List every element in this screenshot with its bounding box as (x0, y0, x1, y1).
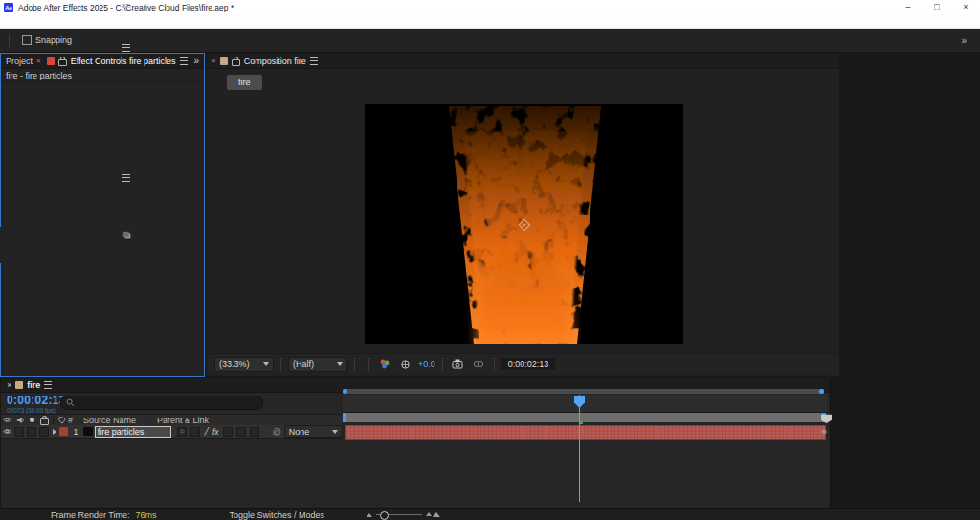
maximize-button[interactable]: □ (923, 0, 951, 14)
work-area-strip (343, 413, 827, 422)
audio-column-icon (13, 417, 26, 424)
effect-controls-subtitle: fire - fire particles (1, 69, 204, 82)
panel-menu-icon[interactable] (122, 44, 130, 52)
panel-menu-icon[interactable] (122, 4, 130, 11)
label-column-icon (56, 417, 68, 424)
layer-quality-switch[interactable]: ╱ (204, 427, 209, 436)
panel-menu-icon[interactable] (310, 57, 318, 65)
parent-pickwhip-icon[interactable]: @ (273, 427, 281, 437)
timeline-panel: × fire 0:00:02:13 00073 (30.00 fps) (1, 378, 831, 508)
composition-status-bar: (33.3%) (Half) +0.0 0:00: (207, 353, 839, 373)
search-icon (66, 398, 75, 407)
status-bar: Frame Render Time: 76ms Toggle Switches … (0, 508, 980, 520)
layer-collapse-switch[interactable] (190, 427, 200, 437)
zoom-in-mountain-icon[interactable] (426, 512, 440, 517)
project-item-swatch (47, 57, 55, 65)
layer-label-chip[interactable] (59, 427, 68, 436)
composition-viewport[interactable] (365, 104, 683, 344)
layer-solo-toggle[interactable] (26, 427, 38, 437)
layer-audio-toggle[interactable] (13, 427, 26, 437)
source-name-column[interactable]: Source Name (83, 416, 136, 425)
show-snapshot-icon[interactable] (471, 357, 487, 372)
parent-link-column[interactable]: Parent & Link (157, 416, 209, 425)
titlebar: Ae Adobe After Effects 2025 - C:\Creativ… (0, 0, 980, 14)
comp-item-swatch (220, 57, 228, 65)
parent-dropdown[interactable]: None (284, 425, 343, 438)
close-icon[interactable]: × (7, 380, 11, 390)
tab-project[interactable]: Project (6, 57, 33, 66)
snapping-label: Snapping (35, 35, 72, 45)
minimize-button[interactable]: – (894, 0, 923, 14)
layer-duration-bar[interactable] (345, 425, 826, 440)
layer-visibility-toggle[interactable] (1, 428, 13, 435)
panel-menu-icon[interactable] (44, 381, 52, 389)
layer-name-field[interactable]: fire particles (95, 426, 172, 438)
comp-item-swatch (15, 381, 23, 389)
snapping-checkbox[interactable] (22, 35, 32, 45)
layer-row-fire-particles[interactable]: 1 fire particles ⚐ ╱ fx @ None (1, 425, 343, 439)
app-icon: Ae (4, 3, 13, 12)
toolbar: Snapping » (0, 29, 980, 53)
time-ruler[interactable] (343, 395, 827, 413)
close-icon[interactable]: × (36, 57, 41, 65)
close-icon[interactable]: × (212, 57, 216, 65)
work-area-bar[interactable] (345, 413, 822, 422)
channel-colors-icon[interactable] (376, 357, 392, 372)
frame-render-time-value: 76ms (136, 510, 157, 520)
zoom-out-mountain-icon[interactable] (367, 513, 372, 517)
composition-panel: × Composition fire fire (207, 54, 839, 376)
timeline-horizontal-scrollbar[interactable] (343, 389, 824, 394)
lock-icon[interactable] (232, 59, 240, 66)
tab-overflow-chevron[interactable]: » (193, 56, 199, 66)
panel-menu-icon[interactable] (122, 174, 130, 182)
layer-twirl-icon[interactable] (53, 429, 56, 435)
tab-timeline-fire[interactable]: fire (27, 380, 40, 390)
layer-lock-toggle[interactable] (37, 427, 50, 437)
tab-effect-controls[interactable]: Effect Controls fire particles (71, 57, 176, 66)
zoom-slider-knob[interactable] (380, 511, 389, 520)
magnification-dropdown[interactable]: (33.3%) (214, 357, 274, 372)
solo-column-icon (26, 418, 38, 422)
layer-3d-switch[interactable] (250, 427, 259, 437)
panel-menu-icon[interactable] (180, 57, 188, 65)
resolution-dropdown[interactable]: (Half) (288, 357, 347, 372)
layer-frame-blend-switch[interactable] (223, 427, 233, 437)
tab-composition[interactable]: Composition fire (244, 57, 306, 66)
comp-marker-bin-icon[interactable]: ◈ (821, 427, 830, 436)
frame-render-time-label: Frame Render Time: (51, 510, 130, 520)
close-button[interactable]: × (951, 0, 980, 14)
snapshot-camera-icon[interactable] (450, 357, 466, 372)
comp-timecode[interactable]: 0:00:02:13 (501, 358, 556, 370)
effect-controls-panel: Project × Effect Controls fire particles… (1, 54, 204, 376)
after-effects-window: Ae Adobe After Effects 2025 - C:\Creativ… (0, 0, 980, 520)
toggle-switches-modes-button[interactable]: Toggle Switches / Modes (230, 510, 325, 520)
exposure-icon[interactable] (397, 357, 413, 372)
layer-number: 1 (68, 427, 83, 437)
layer-thumbnail (83, 427, 93, 436)
layer-motion-blur-switch[interactable] (236, 427, 246, 437)
workspace-overflow-chevron[interactable]: » (953, 35, 974, 46)
lock-column-icon (38, 416, 51, 425)
lock-icon[interactable] (58, 59, 67, 66)
layer-fx-switch[interactable]: fx (212, 427, 219, 437)
fire-particles-render (365, 104, 683, 344)
layer-shy-switch[interactable]: ⚐ (177, 427, 187, 437)
playhead-line[interactable] (579, 395, 580, 502)
timeline-zoom-slider[interactable] (367, 512, 440, 517)
video-column-icon (1, 417, 13, 423)
timeline-search-box[interactable] (60, 396, 263, 410)
new-animation-preset-icon[interactable] (122, 231, 132, 240)
comp-breadcrumb-fire[interactable]: fire (227, 75, 262, 90)
menubar (0, 14, 980, 29)
exposure-value[interactable]: +0.0 (418, 359, 435, 369)
snapping-toggle[interactable]: Snapping (22, 35, 72, 45)
layer-number-column: # (68, 416, 83, 425)
